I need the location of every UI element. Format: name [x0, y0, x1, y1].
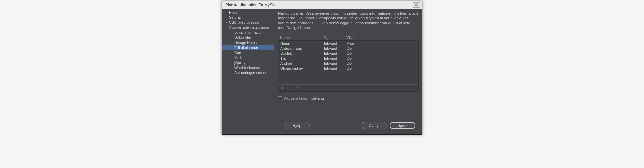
sidebar-item-css-preprocessor[interactable]: ›CSS-preprocessor — [222, 20, 274, 25]
help-button[interactable]: Hjälp — [284, 122, 310, 129]
cell-type: Inbyggd — [324, 46, 347, 50]
sidebar-item-label: Lokal information — [234, 30, 263, 34]
dialog-title: Platskonfiguration för MySite — [225, 3, 277, 7]
table-row[interactable]: ÄndradInbyggdDölj — [278, 61, 418, 66]
sidebar-item-label: Dolda filer — [234, 35, 251, 39]
help-label: Hjälp — [292, 123, 301, 128]
remove-column-button[interactable]: − — [288, 86, 292, 90]
enable-column-sharing-checkbox[interactable] — [278, 96, 282, 100]
enable-column-sharing-row: Aktivera kolumndelning — [278, 96, 419, 100]
sidebar-item-jquery[interactable]: jQuery — [222, 60, 274, 65]
main-panel: När du visar en Dreamweaver-plats i filp… — [275, 9, 422, 134]
minus-icon: − — [289, 85, 291, 90]
sidebar-item-lokal-information[interactable]: Lokal information — [222, 30, 274, 35]
sidebar-item-label: jQuery — [234, 61, 245, 65]
plus-icon: + — [281, 85, 284, 90]
cell-type: Inbyggd — [324, 56, 347, 60]
cell-name: Utcheckad av — [280, 66, 324, 70]
sidebar-item-avancerade-inst-llningar[interactable]: ⌄Avancerade inställningar — [222, 25, 274, 30]
save-button[interactable]: Spara — [390, 122, 415, 129]
sidebar-item-plats[interactable]: Plats — [222, 10, 274, 15]
table-body: NamnInbyggdVisaAnteckningarInbyggdDöljSt… — [278, 40, 419, 92]
cell-show: Dölj — [347, 51, 416, 55]
table-toolbar: +−✎ — [278, 84, 418, 91]
table-row[interactable]: NamnInbyggdVisa — [278, 41, 418, 46]
sidebar-item-label: Servrar — [229, 15, 241, 19]
sidebar-item-dolda-filer[interactable]: Dolda filer — [222, 35, 274, 40]
sidebar-item-label: Webbteckensnitt — [234, 66, 262, 70]
sidebar-item-mallar[interactable]: Mallar — [222, 55, 274, 60]
enable-column-sharing-label: Aktivera kolumndelning — [284, 96, 324, 100]
table-row[interactable]: StorlekInbyggdDölj — [278, 51, 418, 56]
header-name: Namn — [280, 36, 324, 40]
chevron-down-icon: ⌄ — [224, 25, 228, 29]
cell-name: Anteckningar — [280, 46, 324, 50]
cell-show: Visa — [347, 41, 416, 45]
sidebar-item-label: Mallar — [234, 56, 245, 60]
sidebar-item-label: Avancerade inställningar — [229, 25, 269, 29]
sidebar-item-label: Plats — [229, 10, 237, 14]
table-header: Namn Typ Visa — [278, 35, 419, 40]
cell-type: Inbyggd — [324, 51, 347, 55]
columns-table: Namn Typ Visa NamnInbyggdVisaAnteckninga… — [278, 35, 419, 92]
sidebar-item-design-notes[interactable]: Design Notes — [222, 40, 274, 45]
chevron-right-icon: › — [224, 20, 228, 24]
cell-name: Namn — [280, 41, 324, 45]
dialog-footer: Hjälp Avbryt Spara — [278, 119, 419, 132]
edit-column-button[interactable]: ✎ — [295, 86, 300, 90]
dialog-content: PlatsServrar›CSS-preprocessor⌄Avancerade… — [222, 9, 422, 134]
table-row[interactable]: AnteckningarInbyggdDölj — [278, 46, 418, 51]
cell-show: Dölj — [347, 66, 416, 70]
sidebar-item-fillistkolumner[interactable]: Fillistkolumner — [222, 45, 274, 50]
cell-show: Dölj — [347, 56, 416, 60]
header-type: Typ — [324, 36, 346, 40]
sidebar-item-webbteckensnitt[interactable]: Webbteckensnitt — [222, 65, 274, 70]
cancel-button[interactable]: Avbryt — [362, 122, 387, 129]
description-text: När du visar en Dreamweaver-plats i filp… — [278, 11, 419, 30]
cell-name: Ändrad — [280, 61, 324, 65]
cancel-label: Avbryt — [369, 123, 380, 128]
add-column-button[interactable]: + — [280, 86, 285, 90]
sidebar-item-label: CSS-preprocessor — [229, 20, 259, 24]
close-icon — [415, 3, 418, 7]
close-button[interactable] — [413, 2, 420, 8]
sidebar: PlatsServrar›CSS-preprocessor⌄Avancerade… — [222, 9, 275, 134]
sidebar-item-label: Animeringsresurser — [234, 71, 266, 75]
cell-type: Inbyggd — [324, 41, 347, 45]
sidebar-item-label: Contribute — [234, 51, 252, 55]
table-row[interactable]: TypInbyggdDölj — [278, 56, 418, 61]
cell-show: Dölj — [347, 46, 416, 50]
table-spacer — [278, 71, 418, 84]
cell-show: Dölj — [347, 61, 416, 65]
titlebar: Platskonfiguration för MySite — [222, 1, 422, 9]
cell-name: Typ — [280, 56, 324, 60]
sidebar-item-contribute[interactable]: Contribute — [222, 50, 274, 55]
sidebar-item-label: Fillistkolumner — [234, 46, 258, 50]
sidebar-item-label: Design Notes — [234, 40, 257, 45]
site-configuration-dialog: Platskonfiguration för MySite PlatsServr… — [222, 1, 422, 135]
pencil-icon: ✎ — [296, 85, 300, 90]
sidebar-item-animeringsresurser[interactable]: Animeringsresurser — [222, 70, 274, 75]
sidebar-item-servrar[interactable]: Servrar — [222, 15, 274, 20]
cell-type: Inbyggd — [324, 66, 347, 70]
cell-type: Inbyggd — [324, 61, 347, 65]
cell-name: Storlek — [280, 51, 324, 55]
table-row[interactable]: Utcheckad avInbyggdDölj — [278, 66, 418, 71]
header-show: Visa — [346, 36, 417, 40]
save-label: Spara — [397, 123, 407, 128]
